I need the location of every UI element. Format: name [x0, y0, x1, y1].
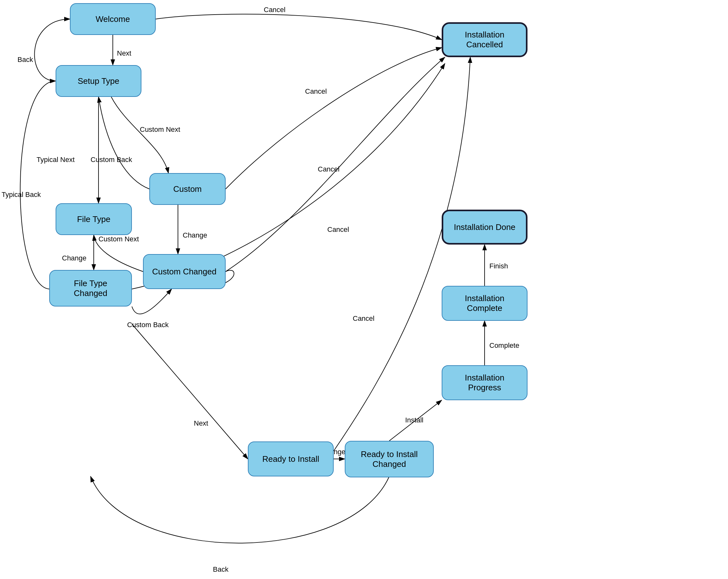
label-custom-back-2: Custom Back — [127, 321, 169, 329]
node-custom-changed-label: Custom Changed — [152, 267, 216, 277]
node-custom[interactable]: Custom — [149, 173, 226, 205]
svg-line-6 — [132, 324, 248, 459]
label-next-ready: Next — [194, 419, 208, 427]
node-setup-type-label: Setup Type — [78, 76, 119, 86]
node-ready-to-install-changed[interactable]: Ready to Install Changed — [345, 441, 434, 477]
node-ready-to-install-changed-label: Ready to Install Changed — [361, 449, 418, 469]
node-installation-done[interactable]: Installation Done — [442, 210, 527, 245]
label-typical-next: Typical Next — [36, 156, 75, 164]
label-complete: Complete — [489, 341, 519, 349]
label-change-custom: Change — [183, 231, 207, 239]
node-file-type-label: File Type — [77, 214, 110, 224]
node-installation-complete[interactable]: Installation Complete — [442, 286, 527, 321]
node-installation-progress[interactable]: Installation Progress — [442, 365, 527, 400]
diagram-container: Next Back Custom Next Custom Back Change… — [0, 0, 728, 579]
node-custom-changed[interactable]: Custom Changed — [143, 254, 226, 289]
node-installation-cancelled[interactable]: Installation Cancelled — [442, 22, 527, 57]
label-back-setup: Back — [18, 56, 33, 63]
node-ready-to-install-label: Ready to Install — [262, 454, 319, 464]
node-file-type[interactable]: File Type — [56, 203, 132, 235]
label-cancel-custom: Cancel — [305, 87, 327, 95]
label-back-bottom: Back — [213, 566, 229, 573]
node-ready-to-install[interactable]: Ready to Install — [248, 441, 334, 476]
label-cancel-welcome: Cancel — [264, 6, 285, 13]
label-cancel-file-changed: Cancel — [327, 225, 349, 233]
node-installation-cancelled-label: Installation Cancelled — [465, 30, 504, 50]
label-change-file: Change — [62, 254, 86, 262]
node-file-type-changed-label: File Type Changed — [74, 279, 107, 298]
node-installation-progress-label: Installation Progress — [465, 373, 504, 392]
node-welcome[interactable]: Welcome — [70, 3, 156, 35]
label-cancel-custom-changed: Cancel — [318, 165, 339, 173]
label-cancel-ready: Cancel — [353, 314, 374, 322]
label-next-welcome: Next — [117, 49, 131, 57]
node-installation-done-label: Installation Done — [454, 222, 515, 232]
node-welcome-label: Welcome — [96, 14, 130, 24]
node-installation-complete-label: Installation Complete — [465, 294, 504, 313]
label-typical-back: Typical Back — [2, 191, 41, 198]
node-setup-type[interactable]: Setup Type — [56, 65, 141, 97]
label-custom-next-2: Custom Next — [99, 235, 139, 243]
node-custom-label: Custom — [173, 184, 202, 194]
label-custom-back-1: Custom Back — [90, 156, 132, 164]
node-file-type-changed[interactable]: File Type Changed — [49, 270, 132, 306]
label-install: Install — [405, 416, 423, 424]
label-custom-next-1: Custom Next — [140, 126, 180, 133]
label-finish: Finish — [489, 262, 508, 270]
